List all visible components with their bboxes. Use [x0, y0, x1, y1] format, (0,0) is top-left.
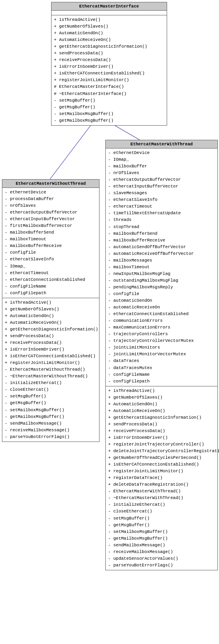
without-thread-methods: + isThreadActive() + getNumberOfSlaves()…	[2, 298, 99, 442]
with-thread-title: EthercatMasterWithThread	[106, 140, 217, 148]
interface-methods-section: + isThreadActive() + getNumberOfSlaves()…	[52, 15, 167, 125]
with-thread-box: EthercatMasterWithThread - ethernetDevic…	[105, 140, 218, 570]
interface-box: EthercatMasterInterface + isThreadActive…	[51, 2, 167, 126]
diagram-container: EthercatMasterInterface + isThreadActive…	[0, 0, 219, 644]
without-thread-box: EthercatMasterWithoutThread - ethernetDe…	[2, 179, 99, 442]
interface-empty-section	[52, 11, 167, 15]
with-thread-fields: - ethernetDevice - IOmap_ - mailboxBuffe…	[106, 148, 217, 386]
without-thread-title: EthercatMasterWithoutThread	[2, 180, 99, 188]
interface-title: EthercatMasterInterface	[52, 2, 167, 11]
with-thread-methods: + isThreadActive() + getNumberOfSlaves()…	[106, 386, 217, 570]
svg-line-1	[50, 122, 93, 179]
without-thread-fields: - ethernetDevice - processDataBuffer - n…	[2, 188, 99, 298]
